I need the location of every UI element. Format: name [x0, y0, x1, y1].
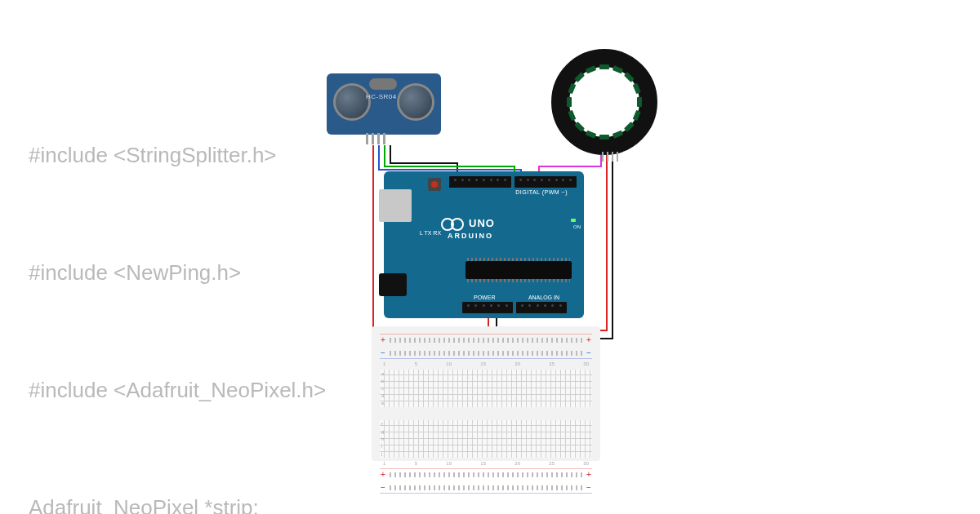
column-numbers: 151015202530: [380, 361, 592, 366]
plus-icon: +: [380, 335, 386, 344]
ring-leads: [602, 152, 618, 162]
board-model-label: UNO: [469, 217, 495, 229]
sonar-transducer-icon: [333, 83, 371, 121]
neopixel-led-icon: [567, 97, 572, 107]
terminal-strip-top[interactable]: abcde: [380, 370, 592, 407]
neopixel-led-icon: [586, 65, 596, 73]
terminal-strip-bottom[interactable]: fghij: [380, 420, 592, 458]
neopixel-led-icon: [568, 83, 576, 94]
neopixel-led-icon: [599, 64, 609, 69]
power-rail-top-positive[interactable]: + +: [380, 334, 592, 345]
digital-header-left[interactable]: [449, 176, 511, 188]
code-line: #include <NewPing.h>: [29, 253, 326, 292]
power-rail-bottom-positive[interactable]: + +: [380, 468, 592, 480]
minus-icon: −: [586, 483, 592, 492]
arduino-wordmark: ARDUINO: [448, 232, 493, 240]
tx-rx-leds-label: L TX RX: [420, 228, 441, 237]
circuit-diagram: HC-SR04 DIGITAL (PWM ~) UNO ARDUINO L TX…: [318, 49, 939, 506]
minus-icon: −: [380, 483, 386, 492]
neopixel-led-icon: [599, 135, 609, 140]
code-line: #include <Adafruit_NeoPixel.h>: [29, 370, 326, 410]
neopixel-led-icon: [624, 122, 635, 132]
plus-icon: +: [586, 470, 592, 479]
crystal-icon: [369, 78, 397, 90]
sonar-pin-header: [366, 133, 385, 144]
power-rail-top-negative[interactable]: − −: [380, 348, 592, 359]
neopixel-led-icon: [624, 72, 635, 82]
source-code-overlay: #include <StringSplitter.h> #include <Ne…: [29, 57, 326, 514]
arduino-uno-board[interactable]: DIGITAL (PWM ~) UNO ARDUINO L TX RX POWE…: [384, 171, 584, 318]
arduino-logo-icon: [441, 218, 464, 229]
digital-header-right[interactable]: [514, 176, 577, 188]
usb-port-icon: [379, 189, 412, 222]
power-rail-bottom-negative[interactable]: − −: [380, 482, 592, 494]
minus-icon: −: [586, 348, 592, 357]
neopixel-led-icon: [574, 72, 585, 82]
sonar-model-label: HC-SR04: [366, 93, 397, 100]
code-line: Adafruit_NeoPixel *strip;: [29, 488, 326, 514]
power-led-icon: [571, 219, 576, 222]
plus-icon: +: [380, 470, 386, 479]
code-line: #include <StringSplitter.h>: [29, 135, 326, 175]
neopixel-led-icon: [633, 83, 641, 94]
power-led-label: ON: [573, 224, 581, 229]
breadboard[interactable]: + + − − 151015202530 abcde fghij 1510152…: [372, 326, 600, 461]
analog-section-label: ANALOG IN: [528, 295, 559, 300]
neopixel-ring[interactable]: [551, 49, 657, 155]
power-section-label: POWER: [474, 295, 495, 300]
neopixel-led-icon: [633, 110, 641, 121]
neopixel-led-icon: [568, 110, 576, 121]
digital-pins-label: DIGITAL (PWM ~): [515, 189, 568, 195]
reset-button[interactable]: [428, 178, 441, 191]
neopixel-led-icon: [574, 122, 585, 132]
atmega-chip-icon: [466, 261, 572, 279]
neopixel-led-icon: [612, 65, 623, 73]
sonar-transducer-icon: [397, 83, 434, 121]
column-numbers: 151015202530: [380, 461, 592, 466]
barrel-jack-icon: [379, 273, 407, 296]
plus-icon: +: [586, 335, 592, 344]
neopixel-led-icon: [586, 131, 596, 139]
neopixel-led-icon: [637, 97, 642, 107]
neopixel-led-icon: [612, 131, 623, 139]
power-header[interactable]: [462, 302, 513, 313]
minus-icon: −: [380, 348, 386, 357]
analog-header[interactable]: [516, 302, 567, 313]
ultrasonic-sensor[interactable]: HC-SR04: [327, 73, 441, 135]
